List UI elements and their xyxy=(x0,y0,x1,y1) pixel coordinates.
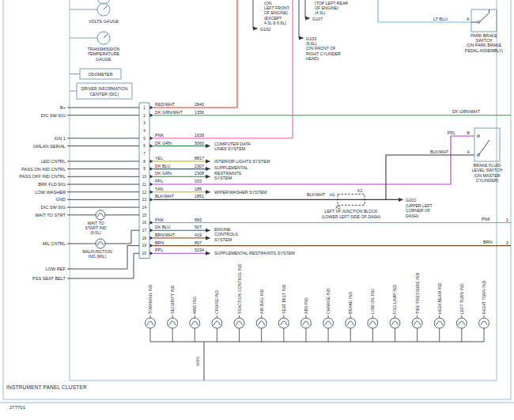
indicator-bulb-traction-control-ind xyxy=(234,318,244,328)
brake-fluid-switch-title: CYLINDER) xyxy=(476,178,499,183)
ground-g201-location: CORNER OF xyxy=(406,208,430,213)
pin-number-14: 14 xyxy=(142,206,147,210)
indicator-bulb-cruise-ind-filament xyxy=(214,321,220,325)
junction-block-title: LEFT I/P JUNCTION BLOCK xyxy=(325,209,379,214)
cluster-outline xyxy=(70,0,497,380)
circuit-number-pin-13: 1851 xyxy=(195,194,204,199)
left-signal-dic-sw-sig: DIC SW SIG xyxy=(41,205,66,210)
pin-terminal-10 xyxy=(150,175,154,178)
pin-number-20: 20 xyxy=(142,252,147,255)
system-label-2: SYSTEM xyxy=(214,176,232,180)
left-signal-pass-off-ind-cntrl: PASS OFF IND CNTRL xyxy=(19,174,66,179)
left-signal-pass-on-ind-cntrl: PASS ON IND CNTRL xyxy=(21,167,66,172)
left-signal-mil-cntrl: MIL CNTRL xyxy=(43,241,66,246)
wire-brake-fluid-a xyxy=(386,155,474,199)
ground-g107: G107 xyxy=(312,17,323,21)
system-label-4: CONTROLS xyxy=(214,232,238,236)
circuit-number-pin-2: 1356 xyxy=(195,110,204,115)
pin-number-6: 6 xyxy=(143,144,146,148)
ground-g103-location: (ON FRONT OF xyxy=(306,46,335,51)
dic-label: DRIVER INFORMATION xyxy=(81,86,127,91)
indicator-bulb-security-ind-filament xyxy=(169,321,176,325)
indicator-bulb-tow-haul-ind xyxy=(146,318,156,328)
wait-to-start-ind-bulb-filament xyxy=(97,213,103,217)
pin-number-2: 2 xyxy=(143,114,146,118)
left-signal-b: B+ xyxy=(60,105,66,110)
ground-g201: G201 xyxy=(406,198,416,202)
park-brake-contact xyxy=(478,21,480,24)
indicator-label-abs-ind: ABS IND xyxy=(304,297,308,314)
pin-terminal-20 xyxy=(150,252,154,255)
indicator-label-air-bag-ind: AIR BAG IND xyxy=(259,289,264,314)
volts-gauge-label: VOLTS GAUGE xyxy=(89,19,119,24)
wire-color-pin-19: BRN xyxy=(155,240,164,245)
pin-terminal-6 xyxy=(150,144,154,147)
trans-temp-gauge-label: GAUGE xyxy=(96,57,111,62)
indicator-bulb-air-bag-ind-filament xyxy=(259,321,265,325)
system-label-0: COMPUTER DATA xyxy=(214,142,251,146)
circuit-number-pin-9: 2307 xyxy=(195,164,204,168)
indicator-bulb-abs-ind-filament xyxy=(303,321,309,325)
circuit-number-pin-12: 185 xyxy=(195,187,202,191)
indicator-bulb-low-oil-ind-filament xyxy=(369,321,376,325)
indicator-bulb-brake-ind-filament xyxy=(347,321,353,325)
edge-wire-label-pin-16: PNK xyxy=(482,217,490,221)
indicator-bulb-cruise-ind xyxy=(212,318,222,328)
left-signal-wait-to-strt: WAIT TO STRT xyxy=(35,213,66,218)
connector-hsn-label: HSN xyxy=(195,357,200,365)
pin-terminal-12 xyxy=(150,191,154,194)
indicator-bulb-seat-belt-ind-filament xyxy=(281,321,287,325)
system-arrow-pin-6 xyxy=(206,144,211,148)
left-lead-mil-cntrl-2 xyxy=(105,230,139,244)
circuit-number-pin-11: 333 xyxy=(195,179,202,184)
brake-fluid-terminal-a: A xyxy=(467,149,471,154)
pin-number-13: 13 xyxy=(142,198,147,202)
system-arrow-pin-9 xyxy=(206,167,211,171)
volts-gauge-needle xyxy=(104,6,108,9)
pin-terminal-17 xyxy=(150,229,154,232)
edge-wire-label-pin-19: BRN xyxy=(483,240,492,244)
brake-fluid-switch-title: LEVEL SWITCH xyxy=(472,168,503,172)
junction-terminal-h1: H1 xyxy=(330,192,335,197)
indicator-bulb-4wd-ind xyxy=(190,318,200,328)
cluster-title: INSTRUMENT PANEL CLUSTER xyxy=(6,384,87,390)
trans-temp-gauge-label: TEMPERATURE xyxy=(88,51,120,56)
ground-arrow-g102 xyxy=(253,27,259,31)
pin-number-1: 1 xyxy=(143,106,146,110)
ground-g103-location: RIGHT CYLINDER xyxy=(306,51,341,56)
system-label-1: INTERIOR LIGHTS SYSTEM xyxy=(214,159,270,164)
junction-block-title: (LOWER LEFT SIDE OF DASH) xyxy=(322,214,381,219)
brake-fluid-switch-title: BRAKE FLUID xyxy=(474,163,501,168)
indicator-bulb-high-beam-ind-filament xyxy=(437,321,443,325)
system-arrow-pin-8 xyxy=(206,159,211,163)
edge-wire-label-pin-2: DK GRN/WHT xyxy=(452,109,480,114)
circuit-number-pin-6: 5060 xyxy=(195,141,204,146)
ground-g102-location: (EXCEPT xyxy=(264,16,282,21)
system-arrow-pin-12 xyxy=(206,190,211,194)
left-signal-pss-seat-belt: PSS SEAT BELT xyxy=(32,276,66,281)
system-label-2: SUPPLEMENTAL xyxy=(214,165,248,170)
indicator-bulb-right-turn-ind-filament xyxy=(481,321,487,325)
wire-color-pin-10: DK GRN xyxy=(155,171,172,176)
wire-color-pin-9: DK BLU xyxy=(155,164,171,168)
park-brake-terminal-a: A xyxy=(467,17,470,21)
circuit-number-pin-17: 507 xyxy=(195,225,202,229)
wait-to-start-ind-label: WAIT TO xyxy=(87,221,104,225)
pin-number-8: 8 xyxy=(143,160,146,164)
indicator-bulb-air-bag-ind xyxy=(256,318,266,328)
wire-color-pin-5: PNK xyxy=(155,133,164,138)
indicator-label-traction-control-ind: TRACTION CONTROL IND xyxy=(237,263,242,314)
brake-fluid-switch-title: (ON MASTER xyxy=(474,173,500,178)
wire-color-pin-18: BRN/WHT xyxy=(155,233,176,237)
indicator-bulb-tire-pressure-ind-filament xyxy=(414,321,421,325)
circuit-number-pin-19: 897 xyxy=(195,240,202,245)
wire-color-pin-1: RED/WHT xyxy=(155,102,176,107)
pin-number-19: 19 xyxy=(142,244,147,248)
malfunction-ind-bulb-filament xyxy=(97,242,103,246)
pin-terminal-2 xyxy=(150,114,154,117)
indicator-bulb-4wd-ind-filament xyxy=(191,321,198,325)
left-signal-brk-fld-sig: BRK FLD SIG xyxy=(38,182,66,187)
ground-g102-location: 4.3L & 6.6L) xyxy=(264,21,286,25)
pin-number-15: 15 xyxy=(142,214,147,218)
drawing-number: 277701 xyxy=(9,405,25,410)
